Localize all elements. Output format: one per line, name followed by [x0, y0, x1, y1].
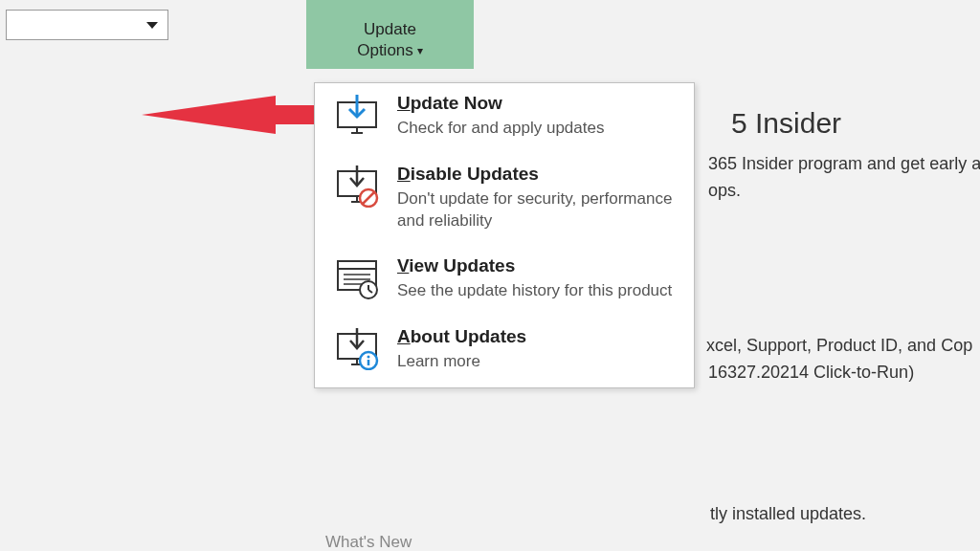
menu-item-title: Update Now	[397, 93, 679, 114]
bg-insider-line2: ops.	[708, 178, 741, 204]
menu-item-desc: Don't update for security, performance a…	[397, 188, 679, 232]
bg-insider-line1: 365 Insider program and get early a	[708, 151, 980, 177]
chevron-down-icon: ▾	[417, 44, 423, 59]
bg-insider-heading: 5 Insider	[731, 101, 841, 144]
disable-monitor-icon	[334, 165, 380, 211]
whats-new-label: What's New	[325, 533, 412, 551]
annotation-arrow	[142, 88, 338, 145]
menu-item-about-updates[interactable]: About Updates Learn more	[315, 317, 694, 387]
update-options-button[interactable]: Update Options▾	[306, 0, 474, 69]
info-monitor-icon	[334, 328, 380, 374]
bg-line5: tly installed updates.	[710, 501, 866, 527]
update-options-label-line1: Update	[364, 19, 416, 40]
menu-item-title: View Updates	[397, 255, 679, 276]
menu-item-title: Disable Updates	[397, 164, 679, 185]
menu-item-update-now[interactable]: Update Now Check for and apply updates	[315, 83, 694, 154]
bg-line3: xcel, Support, Product ID, and Cop	[706, 333, 980, 359]
caret-down-icon	[146, 22, 158, 29]
menu-item-desc: Check for and apply updates	[397, 118, 679, 140]
menu-item-desc: Learn more	[397, 351, 679, 373]
update-options-menu: Update Now Check for and apply updates D…	[314, 82, 695, 388]
history-list-icon	[334, 257, 380, 303]
bg-line4: 16327.20214 Click-to-Run)	[708, 360, 914, 386]
menu-item-desc: See the update history for this product	[397, 280, 679, 302]
menu-item-title: About Updates	[397, 326, 679, 347]
update-options-label-line2: Options▾	[357, 40, 423, 61]
menu-item-disable-updates[interactable]: Disable Updates Don't update for securit…	[315, 154, 694, 246]
svg-point-23	[368, 355, 370, 358]
download-monitor-icon	[334, 95, 380, 141]
menu-item-view-updates[interactable]: View Updates See the update history for …	[315, 246, 694, 317]
language-dropdown[interactable]	[6, 10, 168, 40]
